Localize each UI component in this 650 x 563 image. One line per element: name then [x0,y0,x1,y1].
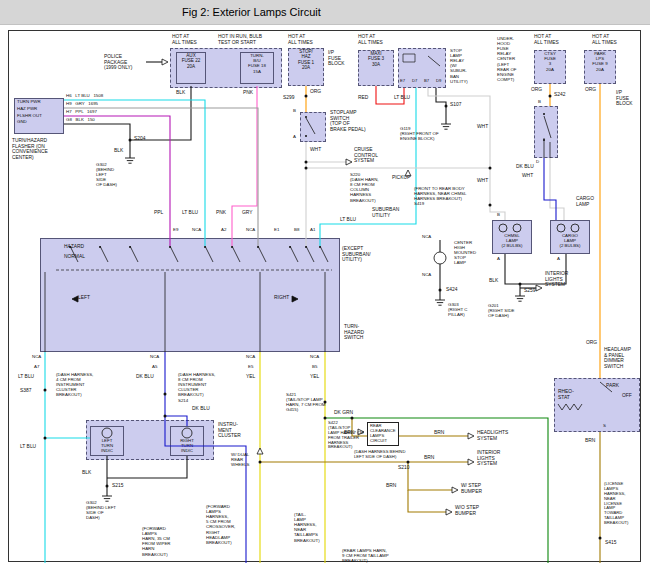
pin-e5: E5 [248,364,253,369]
wire-blk-label-3: BLK [489,278,498,284]
s210-label: S210 [398,465,409,471]
park-label: PARK [606,383,619,389]
taillamp-harness-label: (TAIL- LAMP HARNESS, NEAR TAILLAMPS BREA… [294,512,320,543]
stop-lamp-relay-label: STOP LAMP RELAY (W/ SUBUR- BAN UTILITY) [450,48,468,84]
pin-d9-relay: D9 [436,79,441,84]
pin-nca-top-1: NCA [192,227,201,232]
figure-title: Fig 2: Exterior Lamps Circuit [182,6,321,18]
rear-lamps-label: (REAR LAMPS HARN, 9 CM FROM TAILLAMP BRE… [342,548,389,563]
except-suburban-label: (EXCEPT SUBURBAN/ UTILITY) [342,246,371,263]
pin-a-stoplamp: A [293,134,296,139]
pin-nca-bot-3: NCA [246,354,255,359]
wire-org-label-3: ORG [585,87,596,93]
cargo-lamp-switch [534,106,558,158]
right-turn-indic: RIGHT TURN INDIC [170,426,204,456]
ctsy-fuse: CTSY FUSE 3 20A [534,50,566,84]
flasher-pin-h7: H7 PPL 1697 [66,109,97,114]
wire-org-label-4: ORG [586,340,597,346]
hot-in-run-label: HOT IN RUN, BULB TEST OR START [218,34,262,45]
forward-lamps-5-label: (FORWARD LAMPS HARNESS, 5 CM FROM CROSSO… [206,504,235,545]
wire-nca-label-2: NCA [422,272,431,277]
wire-yel-label-1: YEL [246,374,255,380]
instrument-cluster-label: INSTRU- MENT CLUSTER [218,422,241,439]
wire-brn-label-5: BRN [386,483,396,489]
pin-a5: A5 [152,364,157,369]
s419-label: (FRONT TO REAR BODY HARNESS, NEAR CHMSL … [414,186,466,206]
wire-dkblu-label-3: DK BLU [192,406,210,412]
pin-a7: A7 [34,364,39,369]
title-bar: Fig 2: Exterior Lamps Circuit [0,0,650,25]
pin-d-cargo-switch: D [536,159,539,164]
interior-lights-label-2: INTERIOR LIGHTS SYSTEM [477,450,500,467]
pin-e1: E1 [274,227,279,232]
chmsl-lamp: CHMSL LAMP (2 BULBS) [492,220,532,254]
wire-brn-label-4: BRN [424,455,434,461]
wire-wht-label-2: WHT [477,124,488,130]
s204-label: S204 [134,136,145,142]
maxi-fuse: MAXI FUSE 3 30A [358,50,394,86]
s215-label: S215 [112,483,123,489]
wire-ltblu-label-3: LT BLU [182,210,198,216]
wire-ltblu-label-2: LT BLU [340,217,356,223]
dual-rear-wheels-label: W/ DUAL REAR WHEELS [231,452,250,467]
headlamp-dimmer-label: HEADLAMP & PANEL DIMMER SWITCH [604,347,631,370]
pickup-label: PICKUP [392,175,410,181]
s387-label: S387 [20,388,31,394]
wire-pnk-label-1: PNK [243,90,253,96]
flasher-pin-h9: H9 GRY 1695 [66,101,98,106]
pin-e7-relay: E7 [400,79,405,84]
wire-org-label-1: ORG [310,89,321,95]
g302-label-a: G302 (BEHIND LEFT SIDE OF DASH) [96,162,117,188]
underhood-center-label: UNDER- HOOD FUSE RELAY CENTER (LEFT REAR… [497,36,517,82]
wire-blk-label-4: BLK [82,470,91,476]
flasher-pin-h6: H6 LT BLU 1508 [66,93,103,98]
wire-brn-label-1: BRN [585,438,595,444]
stoplamp-switch-label: STOPLAMP SWITCH (TOP OF BRAKE PEDAL) [330,110,366,133]
wire-ltblu-label-relay: LT BLU [394,95,410,101]
hot-at-all-times-3: HOT AT ALL TIMES [358,34,383,45]
pin-b7-relay: B7 [424,79,429,84]
rheostat-label: RHEO- STAT [558,389,574,400]
left-turn-indic: LEFT TURN INDIC [90,426,124,456]
ip-fuse-block-2: I/P FUSE BLOCK [616,90,633,107]
wire-wht-label-1: WHT [310,147,321,153]
hot-at-all-times-1: HOT AT ALL TIMES [172,34,197,45]
normal-label: NORMAL [64,254,85,260]
forward-lamps-35-label: (FORWARD LAMPS HARN, 35 CM FROM WIPER HA… [142,526,171,557]
wire-blk-label-2: BLK [114,148,123,154]
s299-label: S299 [283,95,294,101]
dash-behind-label: (DASH HARNESS BEHIND LEFT SIDE OF DASH) [354,450,405,460]
pin-d7-relay: D7 [412,79,417,84]
ip-fuse-block-1: I/P FUSE BLOCK [328,50,345,67]
pin-a1: A1 [310,227,315,232]
w-step-bumper-label: W/ STEP BUMPER [461,483,482,494]
police-package-label: POLICE PACKAGE (1999 ONLY) [104,54,132,71]
wire-brn-label-3: BRN [434,430,444,436]
wire-pnk-label-2: PNK [216,210,226,216]
pin-b-cargo-switch: B [538,99,541,104]
wo-step-bumper-label: W/O STEP BUMPER [455,505,479,516]
s220-label: S220 (DASH HARN, 8 CM FROM COLUMN HARNES… [350,172,379,203]
wire-brn-label-2: BRN [344,430,354,436]
wire-wht-label-3: WHT [477,178,488,184]
headlights-system-label: HEADLIGHTS SYSTEM [477,430,508,441]
wire-wht-label-4: WHT [522,173,533,179]
wire-red-label: RED [358,95,368,101]
pin-b5: B5 [312,364,317,369]
cargo-lamp-label: CARGO LAMP [576,196,594,207]
wire-dkblu-label-1: DK BLU [516,164,534,170]
flasher-pin-g8: G8 BLK 150 [66,117,95,122]
stop-haz-fuse: STOP/ HAZ FUSE 1 20A [288,48,324,86]
wire-blk-label-1: BLK [176,90,185,96]
wire-nca-label-1: NCA [422,234,431,239]
g303-label: G303 (RIGHT C PILLAR) [448,302,467,317]
hot-at-all-times-4: HOT AT ALL TIMES [534,34,559,45]
wire-ppl-label: PPL [154,210,163,216]
hot-at-all-times-2: HOT AT ALL TIMES [288,34,313,45]
off-label: OFF [622,393,632,399]
hot-at-all-times-5: HOT AT ALL TIMES [592,34,617,45]
pin-b-chmsl: B [497,212,500,217]
rear-clearance-label: REAR CLEARANCE LAMPS CIRCUIT [367,422,399,446]
s107-label: S107 [450,102,461,108]
cargo-lamp: CARGO LAMP (2 BULBS) [550,220,590,254]
